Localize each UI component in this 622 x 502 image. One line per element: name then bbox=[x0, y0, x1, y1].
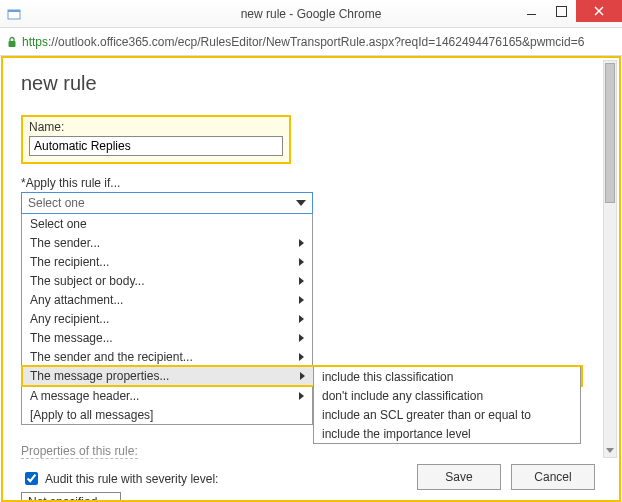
chevron-down-icon bbox=[296, 200, 306, 206]
dropdown-item[interactable]: The message... bbox=[22, 328, 312, 347]
submenu-item[interactable]: don't include any classification bbox=[314, 386, 580, 405]
scroll-down-icon[interactable] bbox=[604, 443, 616, 457]
severity-value: Not specified bbox=[28, 495, 97, 500]
dropdown-item[interactable]: The message properties... bbox=[22, 366, 314, 385]
svg-rect-4 bbox=[9, 41, 16, 47]
condition-submenu: include this classification don't includ… bbox=[313, 367, 581, 444]
window-buttons bbox=[516, 0, 622, 22]
svg-rect-1 bbox=[8, 10, 20, 12]
dropdown-item[interactable]: Any recipient... bbox=[22, 309, 312, 328]
cancel-button[interactable]: Cancel bbox=[511, 464, 595, 490]
dropdown-item[interactable]: Select one bbox=[22, 214, 312, 233]
dropdown-item[interactable]: A message header... bbox=[22, 386, 312, 405]
chevron-right-icon bbox=[299, 239, 304, 247]
name-field-highlight: Name: bbox=[21, 115, 291, 164]
maximize-button[interactable] bbox=[546, 0, 576, 22]
url-rest: ://outlook.office365.com/ecp/RulesEditor… bbox=[48, 35, 584, 49]
submenu-item[interactable]: include the importance level bbox=[314, 424, 580, 443]
audit-checkbox[interactable] bbox=[25, 472, 38, 485]
dropdown-item[interactable]: [Apply to all messages] bbox=[22, 405, 312, 424]
lock-icon bbox=[6, 36, 18, 48]
url-text: https://outlook.office365.com/ecp/RulesE… bbox=[22, 35, 584, 49]
audit-label: Audit this rule with severity level: bbox=[45, 472, 218, 486]
chevron-right-icon bbox=[299, 315, 304, 323]
chevron-right-icon bbox=[299, 296, 304, 304]
dropdown-item[interactable]: The subject or body... bbox=[22, 271, 312, 290]
name-label: Name: bbox=[29, 120, 283, 134]
app-icon bbox=[6, 6, 22, 22]
url-scheme: https bbox=[22, 35, 48, 49]
address-bar[interactable]: https://outlook.office365.com/ecp/RulesE… bbox=[0, 28, 622, 56]
condition-dropdown: Select one The sender... The recipient..… bbox=[21, 214, 313, 425]
dropdown-item[interactable]: The recipient... bbox=[22, 252, 312, 271]
chevron-right-icon bbox=[299, 334, 304, 342]
chevron-right-icon bbox=[299, 353, 304, 361]
condition-select-value: Select one bbox=[28, 196, 85, 210]
dropdown-item[interactable]: The sender and the recipient... bbox=[22, 347, 312, 366]
minimize-button[interactable] bbox=[516, 0, 546, 22]
chevron-right-icon bbox=[299, 392, 304, 400]
severity-select[interactable]: Not specified bbox=[21, 492, 121, 500]
condition-select[interactable]: Select one bbox=[21, 192, 313, 214]
chevron-right-icon bbox=[300, 372, 305, 380]
chevron-right-icon bbox=[299, 277, 304, 285]
chevron-down-icon bbox=[106, 500, 114, 501]
save-button[interactable]: Save bbox=[417, 464, 501, 490]
close-button[interactable] bbox=[576, 0, 622, 22]
chevron-right-icon bbox=[299, 258, 304, 266]
rule-properties-label: Properties of this rule: bbox=[21, 444, 138, 459]
window-titlebar: new rule - Google Chrome bbox=[0, 0, 622, 28]
submenu-item[interactable]: include this classification bbox=[314, 367, 580, 386]
vertical-scrollbar[interactable] bbox=[603, 60, 617, 458]
page-outline: new rule Name: *Apply this rule if... Se… bbox=[1, 56, 621, 502]
page-body: new rule Name: *Apply this rule if... Se… bbox=[3, 58, 619, 500]
scrollbar-thumb[interactable] bbox=[605, 63, 615, 203]
dialog-buttons: Save Cancel bbox=[417, 464, 595, 490]
dropdown-item[interactable]: Any attachment... bbox=[22, 290, 312, 309]
dropdown-item[interactable]: The sender... bbox=[22, 233, 312, 252]
apply-rule-label: *Apply this rule if... bbox=[21, 176, 601, 190]
submenu-item[interactable]: include an SCL greater than or equal to bbox=[314, 405, 580, 424]
page-title: new rule bbox=[21, 72, 601, 95]
name-input[interactable] bbox=[29, 136, 283, 156]
